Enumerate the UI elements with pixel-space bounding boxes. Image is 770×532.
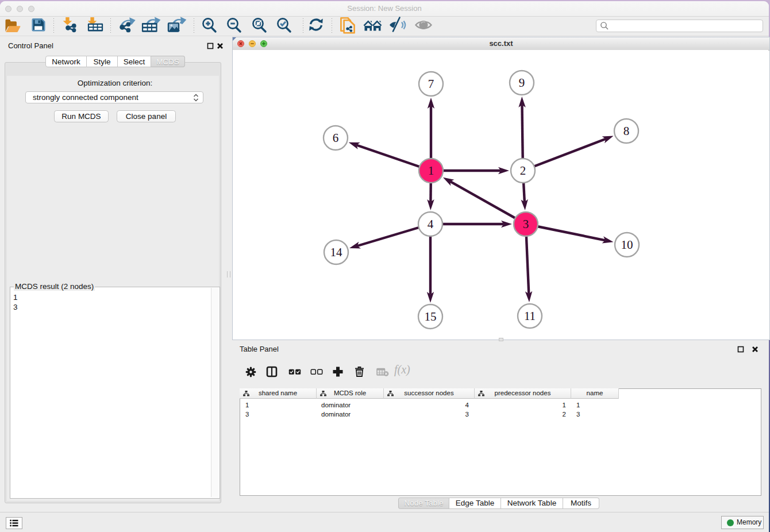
svg-text:10: 10 — [621, 238, 633, 252]
svg-text:9: 9 — [519, 76, 525, 90]
svg-text:7: 7 — [428, 77, 434, 91]
svg-text:3: 3 — [523, 217, 529, 231]
svg-text:1: 1 — [428, 164, 434, 178]
svg-text:14: 14 — [330, 245, 343, 259]
svg-text:4: 4 — [428, 217, 434, 231]
svg-text:11: 11 — [524, 309, 536, 323]
svg-text:8: 8 — [623, 124, 630, 138]
svg-text:6: 6 — [333, 131, 339, 145]
svg-text:15: 15 — [425, 310, 437, 323]
svg-text:2: 2 — [520, 164, 526, 178]
